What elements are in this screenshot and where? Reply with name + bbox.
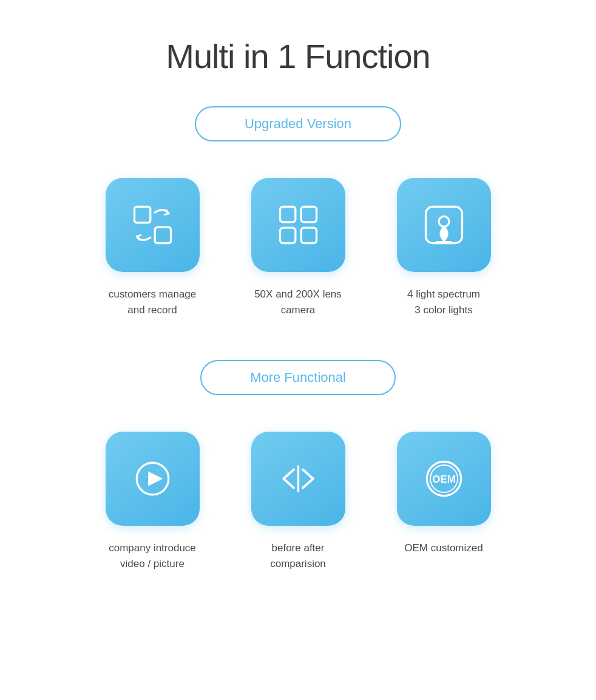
light-spectrum-icon-box [397,178,491,272]
manage-record-icon-box [106,178,200,272]
feature-manage-record: customers manageand record [98,178,207,318]
feature-lens-camera: 50X and 200X lenscamera [243,178,353,318]
lens-camera-label: 50X and 200X lenscamera [254,287,342,318]
feature-icons-row-1: customers manageand record 50X and 200X … [12,178,584,318]
play-icon [130,456,175,501]
feature-company-video: company introducevideo / picture [98,432,207,571]
arrows-icon [276,456,321,501]
refresh-grid-icon [130,202,175,248]
svg-rect-5 [301,228,316,243]
feature-oem: OEM OEM customized [389,432,498,571]
company-video-label: company introducevideo / picture [109,540,196,571]
oem-icon: OEM [421,456,467,501]
more-functional-badge: More Functional [200,360,396,395]
svg-rect-3 [301,207,316,222]
svg-point-7 [439,216,449,226]
svg-rect-1 [155,227,171,243]
location-icon [421,202,467,248]
feature-icons-row-2: company introducevideo / picture before … [12,432,584,571]
company-video-icon-box [106,432,200,526]
svg-marker-10 [148,472,162,486]
svg-text:OEM: OEM [432,474,455,485]
before-after-icon-box [251,432,345,526]
svg-rect-2 [280,207,295,222]
oem-label: OEM customized [404,540,483,556]
oem-icon-box: OEM [397,432,491,526]
page-title: Multi in 1 Function [166,36,430,76]
grid4-icon [276,202,321,248]
svg-rect-0 [134,207,150,223]
manage-record-label: customers manageand record [109,287,197,318]
upgraded-version-badge: Upgraded Version [195,106,401,141]
before-after-label: before aftercomparision [270,540,326,571]
feature-before-after: before aftercomparision [243,432,353,571]
svg-rect-4 [280,228,295,243]
light-spectrum-label: 4 light spectrum3 color lights [407,287,480,318]
lens-camera-icon-box [251,178,345,272]
feature-light-spectrum: 4 light spectrum3 color lights [389,178,498,318]
